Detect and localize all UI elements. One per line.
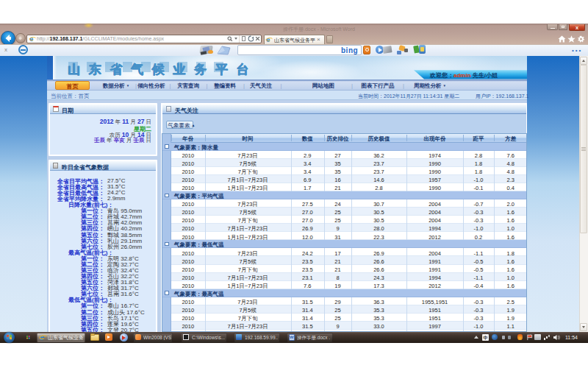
svg-text:e: e: [29, 35, 33, 43]
svg-text:e: e: [266, 36, 270, 43]
svg-text:e: e: [40, 333, 44, 342]
